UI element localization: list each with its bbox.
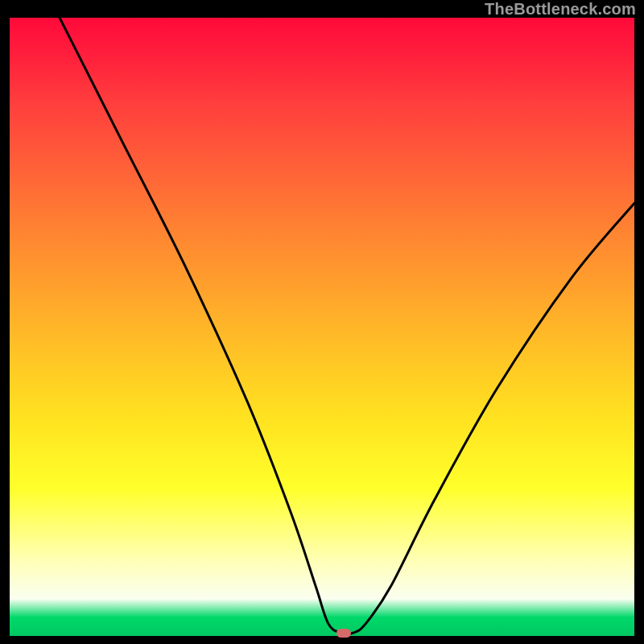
bottleneck-curve bbox=[10, 18, 634, 636]
optimum-marker bbox=[336, 629, 351, 638]
plot-area bbox=[10, 18, 634, 636]
watermark-text: TheBottleneck.com bbox=[485, 0, 636, 19]
chart-frame: TheBottleneck.com bbox=[0, 0, 644, 644]
